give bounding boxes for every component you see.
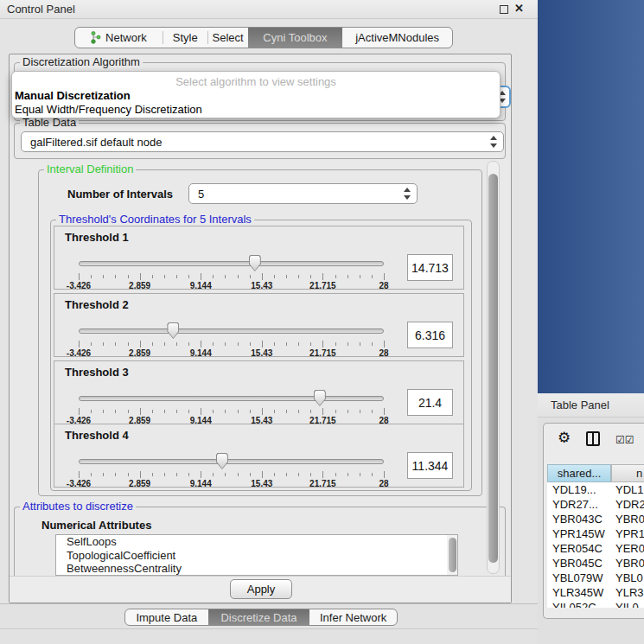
- number-of-intervals-combobox[interactable]: 5: [188, 183, 418, 204]
- interval-definition-group-title: Interval Definition: [44, 163, 136, 175]
- apply-button[interactable]: Apply: [230, 579, 292, 599]
- cell-name: YIL0: [611, 601, 644, 608]
- control-panel-title: Control Panel: [7, 3, 75, 16]
- cell-name: YER0: [611, 542, 644, 555]
- tab-infer-network[interactable]: Infer Network: [309, 609, 397, 625]
- select-columns-icon[interactable]: ☑☑: [615, 434, 634, 446]
- table-row[interactable]: YBR045CYBR0: [547, 556, 644, 571]
- cell-name: YPR1: [611, 527, 644, 540]
- tab-select[interactable]: Select: [208, 28, 248, 48]
- slider-thumb[interactable]: [249, 255, 261, 271]
- table-row[interactable]: YDL19...YDL1: [547, 482, 644, 497]
- table-panel-body: ⚙ ☑☑ shared... n YDL19...YDL1YDR27...YDR…: [543, 423, 644, 619]
- threshold-value-field[interactable]: 6.316: [407, 322, 453, 348]
- attributes-group-title: Attributes to discretize: [20, 500, 136, 513]
- table-row[interactable]: YBR043CYBR0: [547, 512, 644, 526]
- algorithm-placeholder: Select algorithm to view settings: [12, 75, 500, 88]
- axis-tick-label: 15.43: [251, 348, 272, 358]
- discretization-algorithm-group-title: Discretization Algorithm: [20, 55, 143, 68]
- cell-name: YDL1: [611, 483, 644, 496]
- cell-name: YLR3: [611, 586, 644, 599]
- axis-tick-label: 28: [379, 479, 388, 488]
- cell-name: YBL0: [611, 571, 644, 584]
- table-row[interactable]: YER054CYER0: [547, 541, 644, 556]
- screen: Control Panel ✕ Network Style: [0, 0, 644, 644]
- attribute-list-item[interactable]: BetweennessCentrality: [56, 562, 457, 576]
- axis-tick-label: 9.144: [190, 281, 212, 290]
- threshold-panel: Threshold 1-3.4262.8599.14415.4321.71528…: [54, 226, 464, 290]
- combo-stepper-icon: [489, 136, 497, 148]
- cell-shared-name: YBR045C: [547, 557, 611, 570]
- slider-track[interactable]: [79, 459, 384, 464]
- threshold-title: Threshold 4: [65, 429, 129, 442]
- tab-network-label: Network: [105, 31, 147, 44]
- node-table[interactable]: shared... n YDL19...YDL1YDR27...YDR2YBR0…: [547, 464, 644, 608]
- table-row[interactable]: YLR345WYLR3: [547, 585, 644, 600]
- table-data-combobox[interactable]: galFiltered.sif default node: [21, 131, 504, 152]
- axis-tick-label: 15.43: [251, 281, 272, 290]
- control-panel: Control Panel ✕ Network Style: [0, 0, 538, 644]
- columns-icon[interactable]: [586, 431, 600, 446]
- cell-name: YBR0: [611, 513, 644, 526]
- gear-icon[interactable]: ⚙: [558, 429, 571, 447]
- slider-thumb[interactable]: [216, 453, 228, 469]
- slider-thumb[interactable]: [314, 390, 326, 406]
- table-row[interactable]: YPR145WYPR1: [547, 526, 644, 541]
- threshold-slider[interactable]: -3.4262.8599.14415.4321.71528: [79, 453, 384, 488]
- table-rows: YDL19...YDL1YDR27...YDR2YBR043CYBR0YPR14…: [547, 482, 644, 608]
- tab-cyni-toolbox[interactable]: Cyni Toolbox: [248, 28, 343, 48]
- axis-tick-label: 9.144: [190, 348, 212, 358]
- threshold-slider[interactable]: -3.4262.8599.14415.4321.71528: [79, 390, 384, 424]
- slider-ticks: [79, 471, 384, 478]
- bottom-tabbar: Impute Data Discretize Data Infer Networ…: [124, 609, 398, 626]
- slider-track[interactable]: [79, 261, 384, 266]
- algorithm-dropdown-popup: Select algorithm to view settings Manual…: [11, 71, 501, 118]
- column-header-name[interactable]: n: [611, 464, 644, 482]
- content-scrollbar-thumb[interactable]: [488, 174, 498, 563]
- table-row[interactable]: YBL079WYBL0: [547, 571, 644, 585]
- algorithm-option-manual[interactable]: Manual Discretization: [15, 89, 131, 102]
- attributes-list-scrollbar[interactable]: [447, 535, 457, 575]
- number-of-intervals-value: 5: [198, 188, 204, 201]
- algorithm-option-equal-width[interactable]: Equal Width/Frequency Discretization: [15, 103, 202, 116]
- threshold-panel: Threshold 2-3.4262.8599.14415.4321.71528…: [54, 293, 464, 357]
- top-tabbar: Network Style Select Cyni Toolbox jActiv…: [74, 27, 453, 48]
- content-scrollbar[interactable]: [487, 161, 500, 574]
- attribute-list-item[interactable]: SelfLoops: [56, 535, 457, 549]
- table-row[interactable]: YDR27...YDR2: [547, 497, 644, 512]
- threshold-panel: Threshold 3-3.4262.8599.14415.4321.71528…: [54, 360, 464, 424]
- tab-jactivemnodules[interactable]: jActiveMNodules: [342, 28, 452, 48]
- slider-track[interactable]: [79, 396, 384, 401]
- axis-tick-label: 28: [379, 348, 388, 358]
- threshold-slider[interactable]: -3.4262.8599.14415.4321.71528: [79, 322, 384, 357]
- close-panel-icon[interactable]: ✕: [514, 2, 524, 15]
- thresholds-group-title: Threshold's Coordinates for 5 Intervals: [56, 213, 254, 226]
- axis-tick-label: 21.715: [309, 281, 336, 290]
- axis-tick-label: -3.426: [67, 281, 91, 290]
- network-desktop: GAL80GAL11GAL4GCY1HHAP2GAC: [538, 0, 644, 393]
- slider-track[interactable]: [79, 328, 384, 334]
- table-row[interactable]: YIL052CYIL0: [547, 600, 644, 608]
- number-of-intervals-label: Number of Intervals: [67, 188, 173, 201]
- cell-name: YDR2: [611, 498, 644, 511]
- threshold-value-field[interactable]: 21.4: [407, 389, 453, 416]
- axis-tick-label: 2.859: [129, 479, 150, 488]
- tab-impute-data[interactable]: Impute Data: [125, 609, 208, 625]
- slider-thumb[interactable]: [167, 322, 179, 339]
- axis-tick-label: 2.859: [129, 281, 150, 290]
- threshold-value-field[interactable]: 14.713: [407, 254, 453, 281]
- tab-discretize-data[interactable]: Discretize Data: [208, 609, 310, 625]
- threshold-value-field[interactable]: 11.344: [407, 452, 453, 479]
- threshold-slider[interactable]: -3.4262.8599.14415.4321.71528: [79, 255, 384, 290]
- axis-tick-label: 9.144: [190, 479, 212, 488]
- threshold-panel: Threshold 4-3.4262.8599.14415.4321.71528…: [54, 424, 464, 488]
- threshold-title: Threshold 1: [65, 231, 129, 244]
- numerical-attributes-list[interactable]: SelfLoopsTopologicalCoefficientBetweenne…: [55, 534, 458, 576]
- attribute-list-item[interactable]: TopologicalCoefficient: [56, 549, 457, 563]
- cell-shared-name: YLR345W: [547, 586, 611, 599]
- axis-tick-label: 2.859: [129, 348, 150, 358]
- tab-style[interactable]: Style: [163, 28, 207, 48]
- tab-network[interactable]: Network: [75, 28, 163, 48]
- float-panel-icon[interactable]: [500, 5, 508, 14]
- column-header-shared-name[interactable]: shared...: [547, 464, 611, 482]
